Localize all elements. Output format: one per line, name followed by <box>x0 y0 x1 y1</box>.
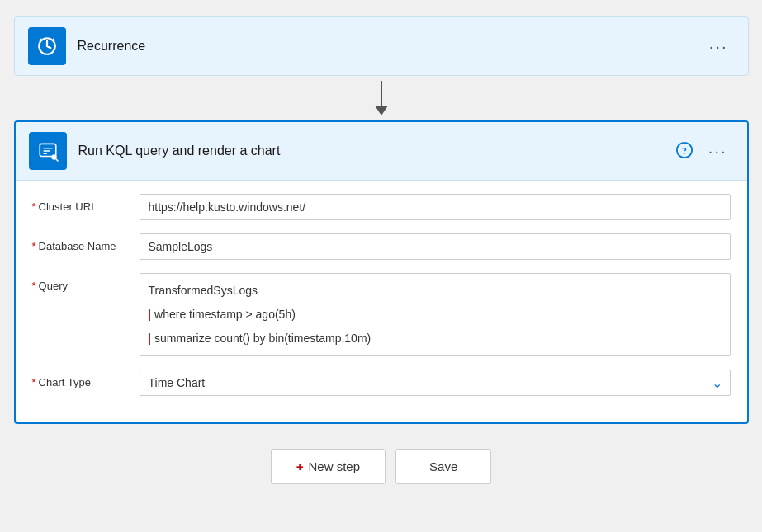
new-step-label: New step <box>309 459 361 473</box>
cluster-url-row: *Cluster URL <box>32 194 731 220</box>
chart-type-select-wrapper: Time Chart Bar Chart Pie Chart Line Char… <box>140 370 731 396</box>
bottom-actions: + New step Save <box>271 449 492 484</box>
recurrence-icon <box>28 27 66 65</box>
kql-form-body: *Cluster URL *Database Name *Query Trans… <box>16 181 747 422</box>
database-name-label: *Database Name <box>32 233 140 252</box>
required-star: * <box>32 200 36 213</box>
save-button[interactable]: Save <box>395 449 491 484</box>
chart-type-label: *Chart Type <box>32 370 140 388</box>
recurrence-title: Recurrence <box>78 39 703 54</box>
query-line-2: | where timestamp > ago(5h) <box>149 306 722 323</box>
required-star-chart: * <box>32 376 36 388</box>
required-star-query: * <box>32 280 36 292</box>
flow-arrow <box>375 81 388 115</box>
help-button[interactable]: ? <box>675 141 693 162</box>
svg-rect-1 <box>40 144 56 156</box>
kql-more-button[interactable]: ··· <box>702 139 734 164</box>
chart-type-select[interactable]: Time Chart Bar Chart Pie Chart Line Char… <box>140 370 731 396</box>
help-icon: ? <box>675 141 693 159</box>
query-line-3: | summarize count() by bin(timestamp,10m… <box>149 330 722 347</box>
arrow-head <box>375 106 388 115</box>
database-name-row: *Database Name <box>32 233 731 260</box>
plus-icon: + <box>296 459 304 473</box>
required-star-db: * <box>32 240 36 252</box>
arrow-line <box>381 81 382 106</box>
query-row: *Query TransformedSysLogs | where timest… <box>32 273 731 356</box>
kql-header: Run KQL query and render a chart ? ··· <box>16 122 747 181</box>
cluster-url-label: *Cluster URL <box>32 194 140 213</box>
query-input[interactable]: TransformedSysLogs | where timestamp > a… <box>140 273 731 356</box>
kql-card: Run KQL query and render a chart ? ··· *… <box>14 120 749 424</box>
kql-icon <box>37 140 59 162</box>
clock-icon <box>36 35 58 57</box>
cluster-url-input[interactable] <box>140 194 731 220</box>
chart-type-row: *Chart Type Time Chart Bar Chart Pie Cha… <box>32 370 731 396</box>
kql-action-icon <box>29 132 67 170</box>
kql-title: Run KQL query and render a chart <box>78 144 675 158</box>
new-step-button[interactable]: + New step <box>271 449 386 484</box>
svg-text:?: ? <box>682 144 687 156</box>
recurrence-card: Recurrence ··· <box>14 16 749 76</box>
query-line-1: TransformedSysLogs <box>149 282 722 299</box>
svg-line-6 <box>56 159 58 161</box>
database-name-input[interactable] <box>140 233 731 260</box>
recurrence-more-button[interactable]: ··· <box>703 34 735 59</box>
query-label: *Query <box>32 273 140 292</box>
